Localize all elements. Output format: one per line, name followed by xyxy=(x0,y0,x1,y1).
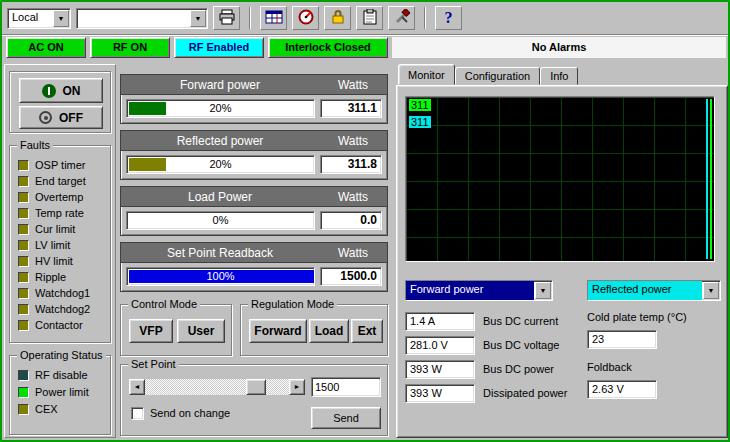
regulation-mode-title: Regulation Mode xyxy=(248,298,337,310)
trace1-select[interactable]: Forward power ▼ xyxy=(405,280,553,301)
gauge-title: Forward power xyxy=(121,78,319,92)
set-point-slider[interactable]: ◄ ► xyxy=(129,379,305,395)
tab-info[interactable]: Info xyxy=(540,67,578,85)
load-power-gauge: Load Power Watts 0% 0.0 xyxy=(120,186,388,236)
ext-regulation-button[interactable]: Ext xyxy=(351,319,383,343)
bus-dc-current-label: Bus DC current xyxy=(483,312,558,331)
faults-group-title: Faults xyxy=(17,139,53,151)
gauge-value: 1500.0 xyxy=(320,267,382,286)
chevron-down-icon[interactable]: ▼ xyxy=(703,282,719,299)
ext-button-label: Ext xyxy=(358,324,377,338)
vfp-mode-button[interactable]: VFP xyxy=(129,319,173,343)
preset-combo[interactable]: ▼ xyxy=(76,8,208,29)
alarm-status-panel: No Alarms xyxy=(392,37,726,58)
ac-on-indicator[interactable]: AC ON xyxy=(6,37,86,58)
fault-label: Ripple xyxy=(35,271,66,283)
trace-line-forward xyxy=(710,99,712,259)
notes-icon xyxy=(363,9,377,27)
forward-regulation-button[interactable]: Forward xyxy=(249,319,307,343)
status-label: RF disable xyxy=(35,369,88,381)
foldback-label: Foldback xyxy=(587,358,632,377)
gauge-icon xyxy=(298,9,314,27)
fault-row: Watchdog2 xyxy=(18,302,90,316)
fault-led xyxy=(18,224,29,235)
foldback-field: 2.63 V xyxy=(587,380,657,399)
help-button[interactable]: ? xyxy=(435,6,462,30)
fault-row: LV limit xyxy=(18,238,70,252)
send-button[interactable]: Send xyxy=(311,407,381,429)
bus-dc-power-field: 393 W xyxy=(405,360,475,379)
slider-thumb[interactable] xyxy=(246,379,266,395)
trace2-select-value: Reflected power xyxy=(588,281,702,300)
status-label: Power limit xyxy=(35,386,89,398)
tab-monitor-label: Monitor xyxy=(408,69,445,81)
rf-on-indicator[interactable]: RF ON xyxy=(90,37,170,58)
bus-dc-current-field: 1.4 A xyxy=(405,312,475,331)
app-window: Local ▼ ▼ xyxy=(0,0,730,442)
meter-button[interactable] xyxy=(292,6,319,30)
load-regulation-button[interactable]: Load xyxy=(309,319,349,343)
fault-label: LV limit xyxy=(35,239,70,251)
fault-led xyxy=(18,208,29,219)
gauge-percent-label: 100% xyxy=(127,268,314,285)
gauge-header: Load Power Watts xyxy=(121,187,387,207)
send-on-change-checkbox[interactable] xyxy=(131,407,144,420)
gauge-bar: 100% xyxy=(126,267,315,286)
gauge-bar: 0% xyxy=(126,211,315,230)
vfp-button-label: VFP xyxy=(139,324,162,338)
slider-right-arrow[interactable]: ► xyxy=(289,379,305,395)
fault-led xyxy=(18,320,29,331)
chevron-down-icon[interactable]: ▼ xyxy=(535,282,551,299)
forward-button-label: Forward xyxy=(254,324,301,338)
slider-track[interactable] xyxy=(145,379,289,395)
trace2-select[interactable]: Reflected power ▼ xyxy=(587,280,721,301)
set-point-group: Set Point ◄ ► Send on change Send xyxy=(120,364,388,436)
gauge-percent-label: 20% xyxy=(127,100,314,117)
bus-dc-voltage-field: 281.0 V xyxy=(405,336,475,355)
regulation-mode-group: Regulation Mode Forward Load Ext xyxy=(240,304,388,356)
fault-label: Cur limit xyxy=(35,223,75,235)
log-button[interactable] xyxy=(356,6,383,30)
fault-label: OSP timer xyxy=(35,159,86,171)
tab-configuration[interactable]: Configuration xyxy=(455,67,540,85)
local-combo[interactable]: Local ▼ xyxy=(7,8,71,29)
print-button[interactable] xyxy=(213,6,240,30)
ac-on-label: AC ON xyxy=(28,41,63,53)
cold-plate-temp-label: Cold plate temp (°C) xyxy=(587,308,687,327)
user-mode-button[interactable]: User xyxy=(177,319,225,343)
tab-monitor[interactable]: Monitor xyxy=(398,64,455,85)
fault-row: End target xyxy=(18,174,86,188)
interlock-indicator[interactable]: Interlock Closed xyxy=(268,37,388,58)
user-button-label: User xyxy=(188,324,215,338)
off-button[interactable]: OFF xyxy=(19,106,103,129)
chevron-down-icon[interactable]: ▼ xyxy=(190,10,206,27)
preset-combo-value xyxy=(77,9,189,28)
tab-strip: Monitor Configuration Info xyxy=(398,64,578,85)
trace-value-label: 311 xyxy=(409,116,431,128)
status-label: CEX xyxy=(35,403,58,415)
fault-row: Contactor xyxy=(18,318,83,332)
datalog-button[interactable] xyxy=(260,6,287,30)
fault-label: Contactor xyxy=(35,319,83,331)
chevron-down-icon[interactable]: ▼ xyxy=(53,10,69,27)
gauge-header: Set Point Readback Watts xyxy=(121,243,387,263)
gauge-unit: Watts xyxy=(319,78,387,92)
slider-left-arrow[interactable]: ◄ xyxy=(129,379,145,395)
security-button[interactable] xyxy=(324,6,351,30)
fault-led xyxy=(18,160,29,171)
right-panel: Monitor Configuration Info 311 311 Forwa… xyxy=(396,64,728,438)
set-point-input[interactable] xyxy=(311,377,381,397)
tools-icon xyxy=(394,9,410,27)
cold-plate-temp-field: 23 xyxy=(587,330,657,349)
settings-button[interactable] xyxy=(388,6,415,30)
send-on-change-label: Send on change xyxy=(150,407,230,420)
toolbar-separator xyxy=(249,7,251,29)
send-button-label: Send xyxy=(333,412,359,424)
status-bar: AC ON RF ON RF Enabled Interlock Closed … xyxy=(2,36,728,60)
rf-enabled-indicator[interactable]: RF Enabled xyxy=(174,37,264,58)
on-button-label: ON xyxy=(63,84,81,98)
on-button[interactable]: ON xyxy=(19,78,103,103)
fault-label: Overtemp xyxy=(35,191,83,203)
left-panel: ON OFF Faults OSP timer End target Overt… xyxy=(4,64,116,438)
operating-status-title: Operating Status xyxy=(17,349,106,361)
